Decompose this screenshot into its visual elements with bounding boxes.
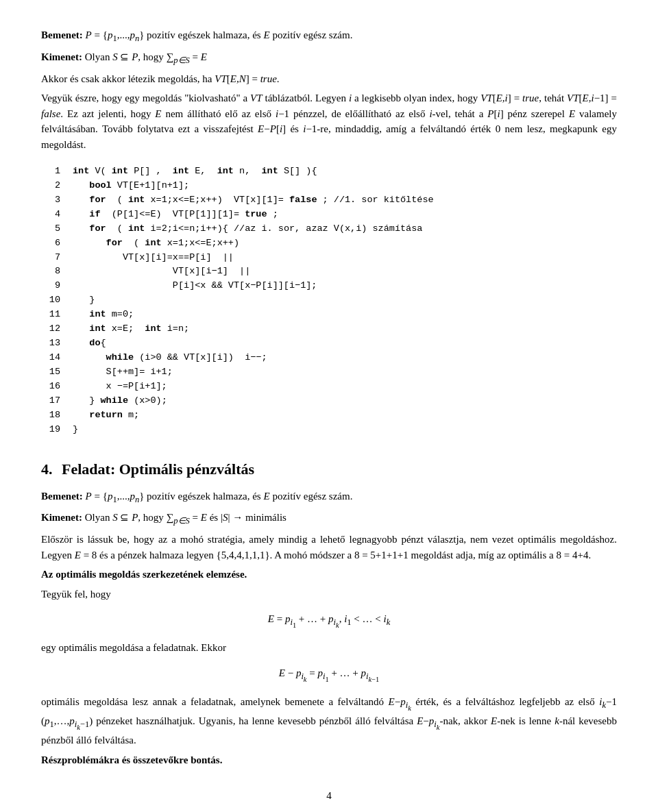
code-line-2: 2 bool VT[E+1][n+1];: [41, 179, 617, 193]
code-line-6: 6 for ( int x=1;x<=E;x++): [41, 236, 617, 251]
kimenet-content: Olyan S ⊆ P, hogy ∑p∈S = E: [85, 51, 207, 62]
s4-para4: optimális megoldása lesz annak a feladat…: [41, 694, 617, 748]
s4-bold-title: Az optimális megoldás szerkezetének elem…: [41, 567, 617, 582]
page-number: 4: [41, 788, 617, 804]
section4-heading: 4. Feladat: Optimális pénzváltás: [41, 458, 617, 480]
kimenet-label: Kimenet:: [41, 51, 82, 62]
code-block: 1 int V( int P[] , int E, int n, int S[]…: [41, 164, 617, 437]
bemenet-line: Bemenet: P = {p1,...,pn} pozitív egészek…: [41, 27, 617, 45]
section4-body: Bemenet: P = {p1,...,pn} pozitív egészek…: [41, 489, 617, 768]
kimenet-line: Kimenet: Olyan S ⊆ P, hogy ∑p∈S = E: [41, 49, 617, 67]
formula1: E = pi1 + … + pik, i1 < … < ik: [41, 611, 617, 630]
s4-para2: Tegyük fel, hogy: [41, 587, 617, 602]
intro-section: Bemenet: P = {p1,...,pn} pozitív egészek…: [41, 27, 617, 152]
code-line-16: 16 x −=P[i+1];: [41, 380, 617, 394]
s4-bemenet: Bemenet: P = {p1,...,pn} pozitív egészek…: [41, 489, 617, 506]
code-line-17: 17 } while (x>0);: [41, 394, 617, 408]
code-line-5: 5 for ( int i=2;i<=n;i++){ //az i. sor, …: [41, 222, 617, 236]
code-line-18: 18 return m;: [41, 408, 617, 423]
code-line-19: 19 }: [41, 423, 617, 437]
code-line-11: 11 int m=0;: [41, 308, 617, 322]
kimenet-sub: Akkor és csak akkor létezik megoldás, ha…: [41, 71, 617, 87]
code-line-1: 1 int V( int P[] , int E, int n, int S[]…: [41, 164, 617, 179]
s4-para3: egy optimális megoldása a feladatnak. Ek…: [41, 640, 617, 656]
formula2: E − pik = pi1 + … + pik−1: [41, 665, 617, 685]
s4-bold-end: Részproblémákra és összetevőkre bontás.: [41, 752, 617, 768]
code-line-12: 12 int x=E; int i=n;: [41, 322, 617, 336]
bemenet-content: P = {p1,...,pn} pozitív egészek halmaza,…: [86, 29, 353, 40]
s4-para1: Először is lássuk be, hogy az a mohó str…: [41, 532, 617, 563]
code-line-15: 15 S[++m]= i+1;: [41, 365, 617, 380]
code-line-7: 7 VT[x][i]=x==P[i] ||: [41, 251, 617, 265]
code-line-4: 4 if (P[1]<=E) VT[P[1]][1]= true ;: [41, 208, 617, 222]
code-line-9: 9 P[i]<x && VT[x−P[i]][i−1];: [41, 279, 617, 293]
code-line-3: 3 for ( int x=1;x<=E;x++) VT[x][1]= fals…: [41, 193, 617, 208]
code-line-8: 8 VT[x][i−1] ||: [41, 264, 617, 279]
code-line-10: 10 }: [41, 293, 617, 308]
code-line-13: 13 do{: [41, 336, 617, 351]
code-line-14: 14 while (i>0 && VT[x][i]) i−−;: [41, 351, 617, 365]
bemenet-label: Bemenet:: [41, 29, 83, 40]
s4-kimenet: Kimenet: Olyan S ⊆ P, hogy ∑p∈S = E és |…: [41, 510, 617, 528]
para1: Vegyük észre, hogy egy megoldás "kiolvas…: [41, 90, 617, 152]
